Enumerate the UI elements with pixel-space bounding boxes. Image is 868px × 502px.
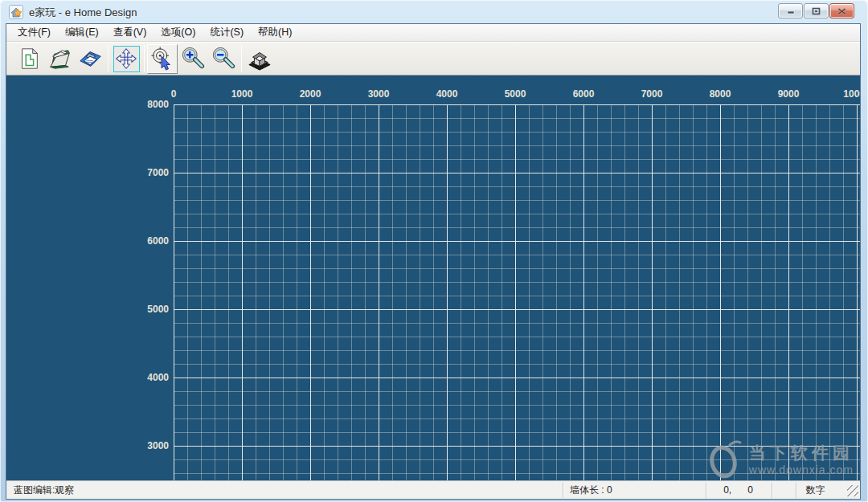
ruler-label-top: 8000 xyxy=(710,88,731,100)
ruler-label-left: 6000 xyxy=(122,235,169,247)
toolbar-separator xyxy=(108,45,108,72)
status-coordinates: 0, 0 xyxy=(706,483,770,498)
menu-view[interactable]: 查看(V) xyxy=(108,24,153,41)
observe-select-button[interactable] xyxy=(147,44,178,74)
new-file-icon xyxy=(17,47,41,71)
save-file-button[interactable] xyxy=(75,44,105,74)
toolbar-separator xyxy=(144,45,145,72)
status-mode: 蓝图编辑:观察 xyxy=(8,483,561,498)
ruler-label-top: 2000 xyxy=(300,88,321,100)
status-num-indicator: 数字 xyxy=(796,483,834,498)
maximize-icon xyxy=(812,7,821,15)
app-window: e家玩 - e Home Design 文件(F) 编辑(E) 查看(V) 选项… xyxy=(0,0,868,502)
home-icon xyxy=(248,47,272,71)
status-empty-pane xyxy=(772,483,794,498)
ruler-label-top: 0 xyxy=(171,88,177,100)
new-file-button[interactable] xyxy=(14,44,44,74)
home-button[interactable] xyxy=(244,44,275,74)
status-bar: 蓝图编辑:观察 墙体长 : 0 0, 0 数字 xyxy=(6,480,860,499)
ruler-label-top: 6000 xyxy=(573,88,595,100)
zoom-out-icon xyxy=(211,47,235,71)
window-controls xyxy=(777,3,854,18)
close-icon xyxy=(837,7,846,15)
toolbar-separator xyxy=(241,45,242,72)
menu-file[interactable]: 文件(F) xyxy=(12,24,56,41)
ruler-label-top: 4000 xyxy=(436,88,458,100)
ruler-label-top: 5000 xyxy=(505,88,526,100)
menu-help[interactable]: 帮助(H) xyxy=(252,24,297,41)
toolbar xyxy=(6,42,860,76)
pan-icon xyxy=(115,47,137,70)
ruler-label-left: 7000 xyxy=(122,166,169,179)
blueprint-canvas[interactable]: 0 1000 2000 3000 4000 5000 6000 7000 800… xyxy=(6,76,860,480)
minimize-icon xyxy=(787,7,795,14)
maximize-button[interactable] xyxy=(804,3,829,18)
blueprint-grid xyxy=(174,104,860,480)
open-file-button[interactable] xyxy=(44,44,75,74)
menu-statistics[interactable]: 统计(S) xyxy=(204,24,249,41)
menu-bar: 文件(F) 编辑(E) 查看(V) 选项(O) 统计(S) 帮助(H) xyxy=(6,24,860,42)
zoom-in-icon xyxy=(181,47,205,71)
pan-selection-box xyxy=(113,46,140,72)
open-folder-icon xyxy=(47,47,72,71)
ruler-label-left: 8000 xyxy=(122,98,169,111)
ruler-label-left: 5000 xyxy=(122,303,169,316)
target-cursor-icon xyxy=(150,47,174,71)
ruler-label-top: 1000 xyxy=(231,88,253,100)
zoom-out-button[interactable] xyxy=(208,44,239,74)
minimize-button[interactable] xyxy=(778,3,803,18)
close-button[interactable] xyxy=(829,3,854,18)
window-title: e家玩 - e Home Design xyxy=(29,6,137,20)
ruler-label-top: 9000 xyxy=(778,88,800,100)
menu-edit[interactable]: 编辑(E) xyxy=(59,24,104,41)
ruler-label-top: 10000 xyxy=(843,88,860,100)
resize-grip[interactable] xyxy=(847,485,858,496)
ruler-label-top: 7000 xyxy=(641,88,663,100)
ruler-label-left: 4000 xyxy=(122,371,169,384)
app-logo-icon xyxy=(9,5,23,19)
ruler-label-left: 3000 xyxy=(122,439,169,452)
title-bar[interactable]: e家玩 - e Home Design xyxy=(0,0,868,24)
menu-options[interactable]: 选项(O) xyxy=(155,24,201,41)
save-icon xyxy=(78,47,102,71)
zoom-in-button[interactable] xyxy=(178,44,208,74)
pan-button[interactable] xyxy=(111,44,141,74)
ruler-label-top: 3000 xyxy=(368,88,390,100)
status-wall-length: 墙体长 : 0 xyxy=(563,483,704,498)
